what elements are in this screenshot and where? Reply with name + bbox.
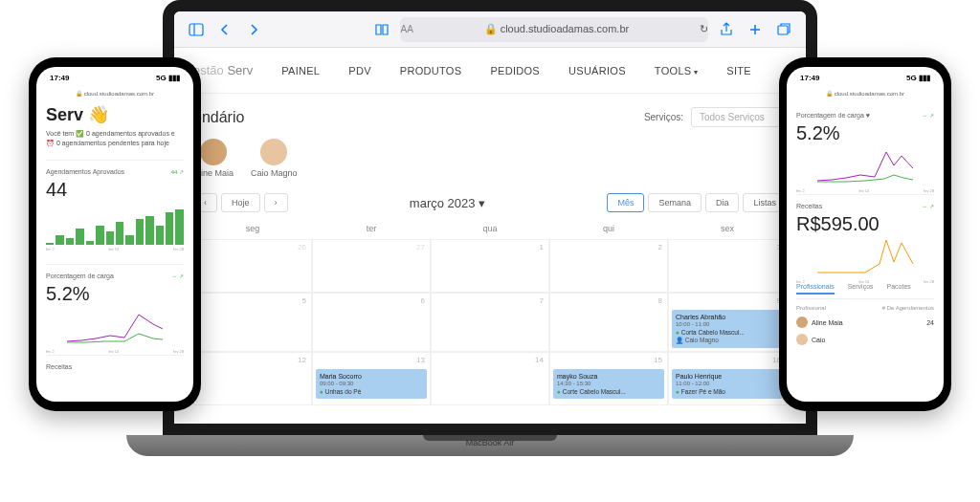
card-load: Porcentagem de carga ♥↔ ↗ 5.2% fev 2fev …: [796, 104, 934, 183]
macbook-screen: AA 🔒 cloud.studioadamas.com.br ↻ estão S…: [163, 0, 817, 435]
calendar-cell[interactable]: 16Paulo Henrique11:00 - 12:00Fazer Pé e …: [668, 352, 787, 405]
top-nav: estão Serv PAINEL PDV PRODUTOS PEDIDOS U…: [174, 48, 806, 94]
phone-left: 17:49 5G ▮▮▮ 🔒 cloud.studioadamas.com.br…: [29, 57, 201, 411]
month-label[interactable]: março 2023 ▾: [410, 196, 485, 210]
phone-url: 🔒 cloud.studioadamas.com.br: [787, 88, 944, 98]
nav-usuarios[interactable]: USUÁRIOS: [568, 65, 626, 76]
nav-pedidos[interactable]: PEDIDOS: [490, 65, 540, 76]
page-header: endário Serviços: Todos Serviços: [174, 94, 806, 135]
new-tab-icon[interactable]: [745, 19, 766, 40]
calendar-cell[interactable]: 9Charles Abrahão10:00 - 11:00Corta Cabel…: [668, 293, 787, 352]
calendar-cell[interactable]: 8: [549, 293, 668, 352]
service-label: Serviços:: [644, 112, 683, 122]
calendar-cell[interactable]: 15mayko Souza14:30 - 15:30Corte Cabelo M…: [549, 352, 668, 405]
macbook-base: MacBook Air: [126, 435, 854, 456]
nav-site[interactable]: SITE: [726, 65, 751, 76]
card-revenue-peek: Receitas: [46, 355, 184, 370]
page-title: endário: [193, 109, 244, 126]
nav-tools[interactable]: TOOLS: [655, 65, 698, 76]
svg-rect-2: [778, 26, 788, 34]
next-button[interactable]: ›: [264, 193, 288, 212]
brand: estão Serv: [193, 63, 253, 77]
line-chart: fev 2fev 14fev 28: [46, 305, 184, 343]
view-week[interactable]: Semana: [648, 193, 702, 212]
line-chart-revenue: fev 2fev 14fev 28: [796, 235, 934, 273]
phone-status: 17:49 5G ▮▮▮: [787, 67, 944, 88]
summary-text: Você tem ✅ 0 agendamentos aprovados e ⏰ …: [46, 129, 184, 148]
greeting: Serv 👋: [46, 104, 184, 125]
tabs: Profissionais Serviços Pacotes: [796, 283, 934, 299]
phone-url: 🔒 cloud.studioadamas.com.br: [36, 88, 193, 98]
nav-painel[interactable]: PAINEL: [281, 65, 320, 76]
calendar-cell[interactable]: 12: [193, 352, 312, 405]
calendar-event[interactable]: mayko Souza14:30 - 15:30Corte Cabelo Mas…: [553, 369, 664, 399]
table-row[interactable]: Caio: [796, 334, 934, 345]
avatar: [260, 139, 287, 165]
reload-icon[interactable]: ↻: [700, 23, 708, 35]
calendar-cell[interactable]: 1: [431, 239, 549, 293]
share-icon[interactable]: [716, 19, 737, 40]
tab-profissionais[interactable]: Profissionais: [796, 283, 835, 295]
phone-status: 17:49 5G ▮▮▮: [36, 67, 193, 88]
url-text: 🔒 cloud.studioadamas.com.br: [417, 23, 696, 35]
line-chart: fev 2fev 14fev 28: [796, 144, 934, 183]
calendar-cell[interactable]: 3: [668, 239, 787, 293]
avatar: [200, 139, 227, 165]
book-icon[interactable]: [371, 19, 392, 40]
calendar-cell[interactable]: 2: [549, 239, 668, 293]
view-month[interactable]: Mês: [607, 193, 644, 212]
bar-chart: fev 2fev 14fev 28: [46, 207, 184, 252]
url-bar[interactable]: AA 🔒 cloud.studioadamas.com.br ↻: [400, 17, 708, 42]
safari-toolbar: AA 🔒 cloud.studioadamas.com.br ↻: [174, 11, 806, 48]
tab-pacotes[interactable]: Pacotes: [887, 283, 911, 295]
calendar-header: seg ter qua qui sex: [193, 218, 787, 239]
nav-produtos[interactable]: PRODUTOS: [400, 65, 462, 76]
tabs-icon[interactable]: [773, 19, 794, 40]
calendar-event[interactable]: Paulo Henrique11:00 - 12:00Fazer Pé e Mã…: [672, 369, 783, 399]
forward-icon[interactable]: [243, 19, 264, 40]
app-content: estão Serv PAINEL PDV PRODUTOS PEDIDOS U…: [174, 48, 806, 424]
calendar-cell[interactable]: 14: [431, 352, 549, 405]
calendar-body: 262712356789Charles Abrahão10:00 - 11:00…: [193, 239, 787, 405]
view-switcher: Mês Semana Dia Listas: [607, 193, 787, 212]
card-approved: Agendamentos Aprovados44 ↗ 44 fev 2fev 1…: [46, 160, 184, 252]
service-filter: Serviços: Todos Serviços: [644, 107, 787, 127]
tab-servicos[interactable]: Serviços: [848, 283, 874, 295]
sidebar-icon[interactable]: [186, 19, 207, 40]
phone-right: 17:49 5G ▮▮▮ 🔒 cloud.studioadamas.com.br…: [779, 57, 951, 411]
today-button[interactable]: Hoje: [221, 193, 260, 212]
aa-label: AA: [400, 24, 412, 34]
staff-row: Aline Maia Caio Magno: [174, 135, 806, 187]
view-day[interactable]: Dia: [705, 193, 740, 212]
calendar-cell[interactable]: 27: [312, 239, 431, 293]
calendar-cell[interactable]: 7: [431, 293, 549, 352]
table-header: Profissional# De Agendamentos: [796, 305, 934, 311]
calendar-cell[interactable]: 5: [193, 293, 312, 352]
calendar-cell[interactable]: 13Maria Socorro09:00 - 09:30Unhas do Pé: [312, 352, 431, 405]
card-load: Porcentagem de carga↔ ↗ 5.2% fev 2fev 14…: [46, 264, 184, 343]
back-icon[interactable]: [214, 19, 235, 40]
card-revenue: Receitas↔ ↗ R$595.00 fev 2fev 14fev 28: [796, 194, 934, 273]
nav-pdv[interactable]: PDV: [348, 65, 371, 76]
calendar-cell[interactable]: 26: [193, 239, 312, 293]
table-row[interactable]: Aline Maia 24: [796, 316, 934, 328]
macbook-frame: AA 🔒 cloud.studioadamas.com.br ↻ estão S…: [163, 0, 817, 478]
calendar-event[interactable]: Maria Socorro09:00 - 09:30Unhas do Pé: [316, 369, 427, 399]
calendar-event[interactable]: Charles Abrahão10:00 - 11:00Corta Cabelo…: [672, 310, 783, 348]
calendar-cell[interactable]: 6: [312, 293, 431, 352]
service-select[interactable]: Todos Serviços: [691, 107, 787, 127]
calendar: seg ter qua qui sex 262712356789Charles …: [174, 218, 806, 405]
calendar-toolbar: ‹ Hoje › março 2023 ▾ Mês Semana Dia Lis…: [174, 187, 806, 218]
staff-caio[interactable]: Caio Magno: [251, 139, 298, 178]
svg-rect-0: [189, 24, 203, 35]
